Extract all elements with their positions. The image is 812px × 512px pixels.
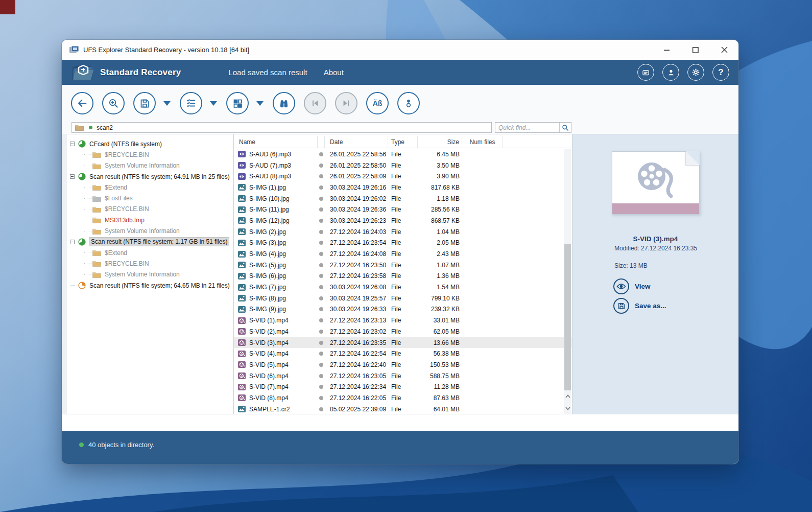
path-bar[interactable]: scan2 — [71, 122, 492, 133]
save-as-action[interactable]: Save as... — [572, 298, 738, 314]
menu-load-saved-scan-result[interactable]: Load saved scan result — [228, 68, 307, 77]
view-options-dropdown-caret[interactable] — [210, 101, 217, 106]
table-row[interactable]: S-VID (6).mp427.12.2024 16:23:05File588.… — [234, 370, 572, 382]
tree-item[interactable]: $Extend — [67, 247, 233, 258]
scrollbar-thumb[interactable] — [564, 244, 571, 393]
table-row[interactable]: S-VID (2).mp427.12.2024 16:23:02File62.0… — [234, 326, 572, 337]
tree-item[interactable]: $RECYCLE.BIN — [67, 149, 233, 160]
settings-gear-icon[interactable] — [687, 64, 704, 81]
table-row[interactable]: S-IMG (9).jpg30.03.2024 19:26:33File239.… — [234, 304, 572, 315]
column-header-num-files[interactable]: Num files — [462, 136, 503, 148]
file-date: 27.12.2024 16:23:35 — [325, 337, 388, 348]
table-row[interactable]: S-IMG (11).jpg30.03.2024 19:26:36File285… — [234, 204, 572, 215]
file-name: S-IMG (4).jpg — [249, 250, 286, 258]
column-header-status[interactable] — [318, 136, 325, 148]
folder-gray-icon — [92, 195, 101, 202]
save-dropdown-caret[interactable] — [163, 101, 171, 106]
find-button[interactable] — [273, 92, 295, 114]
quick-find-input[interactable] — [495, 124, 559, 131]
tree-item[interactable]: Scan result (NTFS file system; 1.17 GB i… — [67, 237, 233, 247]
file-num-files — [462, 248, 503, 260]
status-message: 40 objects in directory. — [79, 441, 154, 449]
scroll-up-icon[interactable] — [564, 390, 571, 402]
vertical-scrollbar[interactable] — [564, 149, 571, 414]
file-status-dot-icon — [319, 385, 323, 389]
column-header-date[interactable]: Date — [325, 136, 388, 148]
table-row[interactable]: S-VID (3).mp427.12.2024 16:23:35File13.6… — [234, 337, 572, 348]
table-row[interactable]: S-IMG (2).jpg27.12.2024 16:24:03File1.04… — [234, 226, 572, 238]
info-button[interactable] — [397, 92, 420, 114]
encoding-button[interactable]: Äß — [366, 92, 389, 114]
table-row[interactable]: S-VID (4).mp427.12.2024 16:22:54File56.3… — [234, 348, 572, 359]
file-size: 1.04 MB — [418, 226, 462, 238]
grid-layout-icon — [232, 98, 243, 109]
help-icon[interactable]: ? — [712, 64, 729, 81]
table-row[interactable]: S-IMG (7).jpg30.03.2024 19:26:08File1.54… — [234, 282, 572, 293]
table-row[interactable]: S-VID (5).mp427.12.2024 16:22:40File150.… — [234, 359, 572, 370]
tree-item[interactable]: $Extend — [67, 182, 233, 193]
collapse-expander-icon[interactable] — [70, 240, 75, 244]
table-row[interactable]: S-VID (7).mp427.12.2024 16:22:34File11.2… — [234, 381, 572, 392]
file-name: S-IMG (6).jpg — [249, 272, 286, 280]
file-date: 26.01.2025 22:58:09 — [325, 171, 388, 182]
view-options-button[interactable] — [180, 92, 202, 114]
table-row[interactable]: S-AUD (6).mp326.01.2025 22:58:56File6.45… — [234, 149, 572, 160]
minimize-button[interactable] — [653, 40, 681, 60]
collapse-expander-icon[interactable] — [70, 174, 75, 179]
table-row[interactable]: S-IMG (4).jpg27.12.2024 16:24:08File2.43… — [234, 248, 572, 260]
maximize-button[interactable] — [681, 40, 710, 60]
table-row[interactable]: S-IMG (5).jpg27.12.2024 16:23:50File1.07… — [234, 260, 572, 271]
img-file-icon — [238, 206, 246, 213]
tree-item[interactable]: $RECYCLE.BIN — [67, 258, 233, 269]
table-row[interactable]: S-IMG (12).jpg30.03.2024 19:26:23File868… — [234, 215, 572, 226]
file-status-dot-icon — [319, 252, 323, 256]
scroll-down-icon[interactable] — [564, 403, 571, 414]
column-header-size[interactable]: Size — [418, 136, 462, 148]
file-type: File — [388, 193, 418, 204]
tree-item[interactable]: Scan result (NTFS file system; 64.91 MB … — [67, 171, 233, 182]
img-file-icon — [238, 273, 246, 280]
table-row[interactable]: SAMPLE-1.cr205.02.2025 22:39:09File64.01… — [234, 404, 572, 414]
table-row[interactable]: S-IMG (8).jpg30.03.2024 19:25:57File799.… — [234, 293, 572, 304]
pie-green-icon — [78, 238, 86, 246]
table-row[interactable]: S-IMG (3).jpg27.12.2024 16:23:54File2.05… — [234, 238, 572, 249]
tree-item[interactable]: $LostFiles — [67, 193, 233, 203]
quick-find-search-button[interactable] — [559, 123, 571, 132]
tree-item[interactable]: MSI313db.tmp — [67, 215, 233, 225]
layout-dropdown-caret[interactable] — [256, 101, 264, 106]
file-type: File — [388, 359, 418, 370]
close-button[interactable] — [710, 40, 738, 60]
back-button[interactable] — [71, 92, 93, 114]
tree-item[interactable]: Scan result (NTFS file system; 64.65 MB … — [67, 280, 233, 291]
layout-button[interactable] — [226, 92, 249, 114]
tree-item[interactable]: $RECYCLE.BIN — [67, 204, 233, 215]
collapse-expander-icon[interactable] — [70, 142, 75, 146]
tree-item[interactable]: CFcard (NTFS file system) — [67, 138, 233, 149]
license-card-icon[interactable] — [637, 64, 654, 81]
table-row[interactable]: S-VID (8).mp427.12.2024 16:22:05File87.6… — [234, 392, 572, 404]
user-icon[interactable] — [662, 64, 679, 81]
next-button[interactable] — [335, 92, 357, 114]
column-header-type[interactable]: Type — [388, 136, 418, 148]
menu-about[interactable]: About — [324, 68, 344, 77]
table-row[interactable]: S-AUD (8).mp326.01.2025 22:58:09File3.90… — [234, 171, 572, 182]
view-action[interactable]: View — [572, 278, 738, 294]
column-header-name[interactable]: Name — [234, 136, 318, 148]
tree-item[interactable]: System Volume Information — [67, 269, 233, 280]
table-row[interactable]: S-AUD (7).mp326.01.2025 22:58:50File3.50… — [234, 160, 572, 171]
pie-green-icon — [78, 173, 86, 180]
table-row[interactable]: S-IMG (10).jpg30.03.2024 19:26:02File1.1… — [234, 193, 572, 204]
save-button[interactable] — [133, 92, 156, 114]
scan-search-button[interactable] — [102, 92, 125, 114]
table-row[interactable]: S-VID (1).mp427.12.2024 16:23:13File33.0… — [234, 315, 572, 326]
previous-button[interactable] — [304, 92, 326, 114]
table-row[interactable]: S-IMG (6).jpg27.12.2024 16:23:58File1.36… — [234, 271, 572, 282]
tree-item[interactable]: System Volume Information — [67, 225, 233, 236]
file-name: S-AUD (6).mp3 — [249, 151, 291, 158]
file-num-files — [462, 204, 503, 215]
folder-icon — [92, 228, 101, 235]
table-row[interactable]: S-IMG (1).jpg30.03.2024 19:26:16File817.… — [234, 182, 572, 193]
file-name: S-IMG (12).jpg — [249, 217, 290, 224]
tree-item[interactable]: System Volume Information — [67, 160, 233, 171]
img-file-icon — [238, 295, 246, 301]
